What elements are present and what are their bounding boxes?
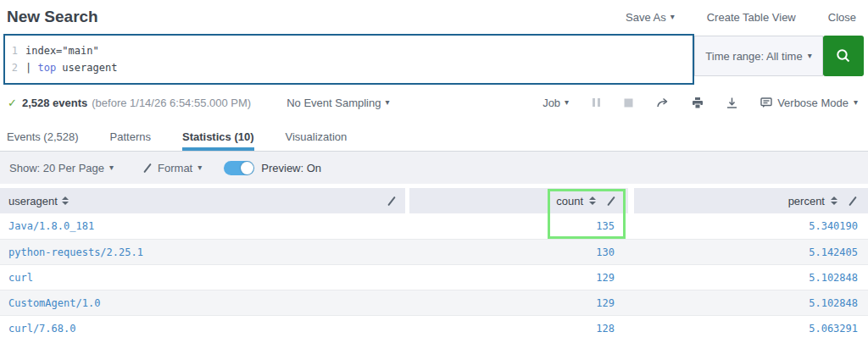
cell-count[interactable]: 129: [409, 297, 628, 309]
verbose-mode-icon: [760, 97, 772, 108]
per-page-dropdown[interactable]: Show: 20 Per Page ▾: [9, 162, 114, 174]
sort-icon[interactable]: [62, 196, 69, 205]
share-icon[interactable]: [656, 97, 669, 108]
cell-useragent[interactable]: CustomAgent/1.0: [0, 297, 409, 309]
event-sampling-dropdown[interactable]: No Event Sampling ▾: [287, 97, 389, 109]
splunk-search-page: New Search Save As ▾ Create Table View C…: [0, 0, 868, 343]
events-count: 2,528 events: [22, 97, 87, 109]
search-input[interactable]: 1 index="main" 2 | top useragent: [3, 34, 694, 85]
search-line-1: 1 index="main": [5, 42, 693, 59]
top-bar: New Search Save As ▾ Create Table View C…: [0, 0, 868, 30]
search-line-2: 2 | top useragent: [5, 59, 693, 76]
table-row[interactable]: curl/7.68.0 128 5.063291: [0, 315, 868, 340]
search-row: 1 index="main" 2 | top useragent Time ra…: [3, 34, 864, 85]
tab-events[interactable]: Events (2,528): [7, 122, 79, 151]
cell-count[interactable]: 130: [409, 246, 628, 258]
results-tabs: Events (2,528) Patterns Statistics (10) …: [0, 122, 868, 152]
pencil-icon[interactable]: [387, 196, 397, 206]
caret-down-icon: ▾: [385, 98, 389, 107]
job-menu[interactable]: Job ▾: [542, 97, 569, 109]
cell-count[interactable]: 129: [409, 272, 628, 284]
time-range-picker[interactable]: Time range: All time ▾: [694, 36, 823, 76]
cell-count[interactable]: 128: [409, 323, 628, 335]
cell-percent[interactable]: 5.102848: [628, 272, 868, 284]
caret-down-icon: ▾: [854, 98, 858, 107]
preview-label: Preview: On: [261, 162, 321, 174]
cell-useragent[interactable]: curl/7.68.0: [0, 323, 409, 335]
cell-percent[interactable]: 5.340190: [628, 220, 868, 232]
table-row[interactable]: curl 129 5.102848: [0, 264, 868, 290]
caret-down-icon: ▾: [198, 163, 202, 172]
pencil-icon[interactable]: [848, 196, 858, 206]
table-row[interactable]: CustomAgent/1.0 129 5.102848: [0, 290, 868, 315]
caret-down-icon: ▾: [565, 98, 569, 107]
column-header-percent[interactable]: percent: [634, 188, 868, 213]
caret-down-icon: ▾: [109, 163, 114, 172]
pencil-icon[interactable]: [606, 196, 616, 206]
cell-percent[interactable]: 5.063291: [628, 323, 868, 335]
tab-patterns[interactable]: Patterns: [110, 122, 151, 151]
preview-toggle[interactable]: [224, 161, 254, 175]
column-header-useragent[interactable]: useragent: [0, 188, 405, 213]
events-detail: (before 1/14/26 6:54:55.000 PM): [92, 97, 251, 109]
caret-down-icon: ▾: [670, 13, 675, 21]
cell-count[interactable]: 135: [409, 220, 628, 232]
statistics-controls: Show: 20 Per Page ▾ Format ▾ Preview: On: [0, 152, 868, 184]
cell-percent[interactable]: 5.102848: [628, 297, 868, 309]
toggle-knob: [241, 162, 253, 174]
pipe-char: |: [25, 62, 37, 74]
cell-useragent[interactable]: curl: [0, 272, 409, 284]
save-as-button[interactable]: Save As ▾: [626, 11, 675, 24]
format-dropdown[interactable]: Format ▾: [142, 162, 202, 174]
column-header-count[interactable]: count: [409, 188, 628, 213]
sort-icon[interactable]: [831, 196, 837, 205]
check-icon: ✓: [8, 97, 17, 109]
cell-percent[interactable]: 5.142405: [628, 246, 868, 258]
stop-icon[interactable]: [624, 98, 633, 108]
download-icon[interactable]: [726, 97, 737, 108]
page-title: New Search: [7, 8, 98, 26]
table-body: Java/1.8.0_181 135 5.340190 python-reque…: [0, 213, 868, 340]
events-status-bar: ✓ 2,528 events (before 1/14/26 6:54:55.0…: [0, 85, 868, 120]
search-query-text: index="main": [25, 42, 99, 59]
table-row[interactable]: python-requests/2.25.1 130 5.142405: [0, 239, 868, 264]
job-controls: Job ▾: [542, 97, 858, 109]
line-number: 2: [5, 59, 25, 76]
tab-statistics[interactable]: Statistics (10): [182, 122, 254, 151]
sort-icon[interactable]: [589, 196, 596, 205]
spl-argument: useragent: [56, 62, 117, 74]
line-number: 1: [5, 42, 25, 59]
cell-useragent[interactable]: python-requests/2.25.1: [0, 246, 409, 258]
search-mode-dropdown[interactable]: Verbose Mode ▾: [760, 97, 858, 109]
tab-visualization[interactable]: Visualization: [286, 122, 348, 151]
create-table-view-button[interactable]: Create Table View: [707, 11, 796, 24]
top-bar-actions: Save As ▾ Create Table View Close: [626, 11, 856, 24]
close-button[interactable]: Close: [828, 11, 856, 24]
table-header: useragent count percent: [0, 188, 868, 213]
table-row[interactable]: Java/1.8.0_181 135 5.340190: [0, 213, 868, 239]
print-icon[interactable]: [692, 97, 704, 108]
spl-keyword: top: [37, 62, 56, 74]
pause-icon[interactable]: [592, 97, 601, 108]
search-icon: [835, 47, 852, 64]
pencil-icon: [142, 163, 153, 173]
search-button[interactable]: [823, 36, 864, 76]
cell-useragent[interactable]: Java/1.8.0_181: [0, 220, 409, 232]
caret-down-icon: ▾: [808, 52, 812, 60]
